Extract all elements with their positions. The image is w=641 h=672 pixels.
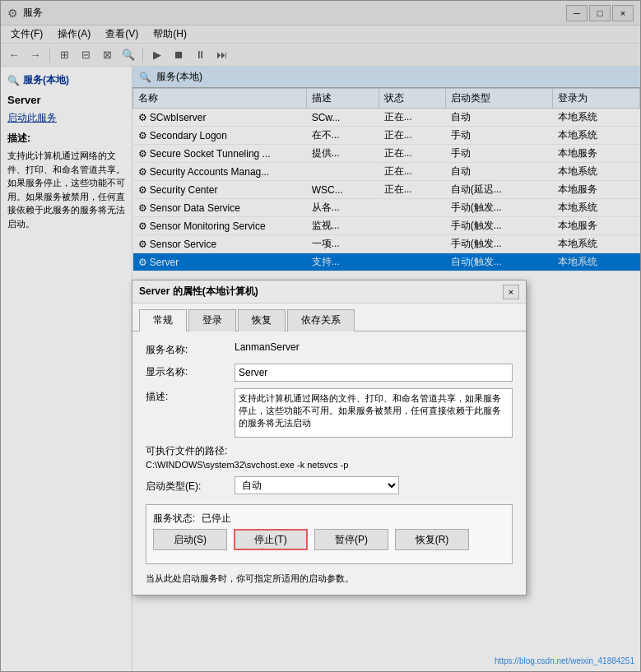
exe-path-value: C:\WINDOWS\system32\svchost.exe -k netsv…: [146, 460, 513, 470]
properties-dialog: Server 的属性(本地计算机) × 常规 登录 恢复 依存关系 服务名称: …: [132, 280, 527, 596]
dialog-tabs: 常规 登录 恢复 依存关系: [132, 304, 526, 331]
tab-recover[interactable]: 恢复: [238, 309, 286, 331]
display-name-row: 显示名称:: [146, 364, 513, 382]
status-area: 服务状态: 已停止 启动(S) 停止(T) 暂停(P) 恢复(R): [146, 504, 513, 564]
startup-type-label: 启动类型(E):: [146, 478, 228, 494]
status-value: 已停止: [202, 512, 231, 526]
dialog-content: 服务名称: LanmanServer 显示名称: 描述: 支持此计算机通过网络的…: [132, 331, 526, 595]
tab-general[interactable]: 常规: [139, 309, 187, 331]
service-name-value: LanmanServer: [235, 341, 300, 353]
startup-type-select[interactable]: 自动 自动(延迟启动) 手动 禁用: [235, 476, 399, 494]
tab-login[interactable]: 登录: [188, 309, 236, 331]
status-label: 服务状态:: [153, 512, 195, 526]
exe-path-label: 可执行文件的路径:: [146, 444, 513, 458]
watermark: https://blog.csdn.net/weixin_41884251: [495, 656, 634, 665]
dialog-title-bar: Server 的属性(本地计算机) ×: [132, 280, 526, 304]
startup-type-row: 启动类型(E): 自动 自动(延迟启动) 手动 禁用: [146, 476, 513, 494]
desc-row: 描述: 支持此计算机通过网络的文件、打印、和命名管道共享，如果服务停止，这些功能…: [146, 388, 513, 438]
resume-button[interactable]: 恢复(R): [395, 529, 469, 550]
service-name-label: 服务名称:: [146, 341, 228, 357]
stop-button[interactable]: 停止(T): [234, 529, 308, 550]
tab-dependencies[interactable]: 依存关系: [287, 309, 355, 331]
desc-textarea[interactable]: 支持此计算机通过网络的文件、打印、和命名管道共享，如果服务停止，这些功能不可用。…: [235, 388, 513, 438]
display-name-input[interactable]: [235, 364, 513, 382]
dialog-title: Server 的属性(本地计算机): [139, 285, 258, 299]
dialog-overlay: Server 的属性(本地计算机) × 常规 登录 恢复 依存关系 服务名称: …: [0, 0, 641, 672]
dialog-close-button[interactable]: ×: [503, 285, 519, 299]
hint-text: 当从此处启动服务时，你可指定所适用的启动参数。: [146, 572, 513, 585]
pause-button[interactable]: 暂停(P): [314, 529, 388, 550]
desc-label: 描述:: [146, 388, 228, 404]
start-button[interactable]: 启动(S): [153, 529, 227, 550]
service-name-row: 服务名称: LanmanServer: [146, 341, 513, 357]
display-name-label: 显示名称:: [146, 364, 228, 379]
action-buttons: 启动(S) 停止(T) 暂停(P) 恢复(R): [153, 529, 505, 550]
status-row: 服务状态: 已停止: [153, 512, 505, 526]
